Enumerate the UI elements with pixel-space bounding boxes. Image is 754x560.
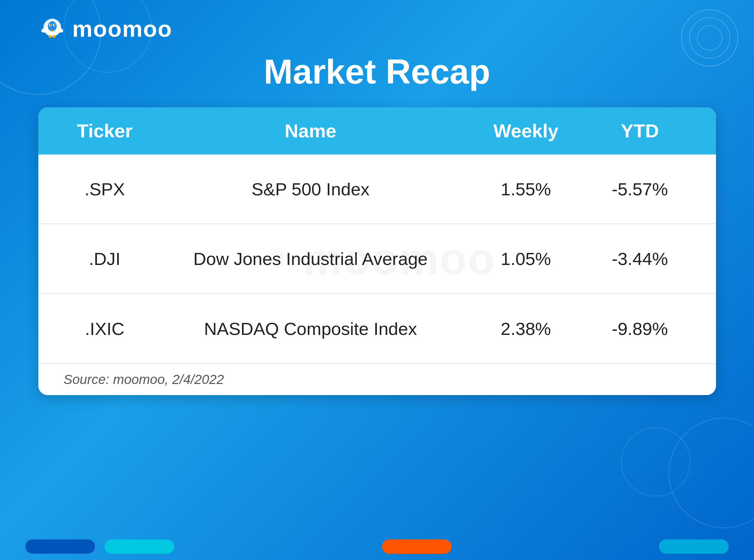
- cell-weekly-spx: 1.55%: [469, 173, 583, 206]
- table-row: .SPX S&P 500 Index 1.55% -5.57%: [38, 155, 716, 224]
- moomoo-logo-icon: [38, 17, 66, 40]
- cell-name-dji: Dow Jones Industrial Average: [152, 242, 469, 275]
- cell-ytd-ixic: -9.89%: [583, 312, 697, 345]
- col-header-weekly: Weekly: [469, 107, 583, 155]
- cell-name-spx: S&P 500 Index: [152, 173, 469, 206]
- source-attribution: Source: moomoo, 2/4/2022: [38, 363, 716, 395]
- cell-ticker-spx: .SPX: [57, 173, 152, 206]
- svg-point-7: [54, 24, 55, 26]
- svg-rect-11: [53, 35, 56, 38]
- logo-text: moomoo: [72, 16, 172, 42]
- cell-weekly-ixic: 2.38%: [469, 312, 583, 345]
- svg-rect-10: [49, 35, 52, 38]
- cell-ytd-dji: -3.44%: [583, 242, 697, 275]
- cell-ticker-dji: .DJI: [57, 242, 152, 275]
- table-row: .IXIC NASDAQ Composite Index 2.38% -9.89…: [38, 294, 716, 363]
- col-header-ticker: Ticker: [57, 107, 152, 155]
- table-header: Ticker Name Weekly YTD: [38, 107, 716, 155]
- market-recap-table: Ticker Name Weekly YTD moomoo: [38, 107, 716, 395]
- svg-point-6: [50, 24, 51, 26]
- col-header-name: Name: [152, 107, 469, 155]
- cell-name-ixic: NASDAQ Composite Index: [152, 312, 469, 345]
- cell-ytd-spx: -5.57%: [583, 173, 697, 206]
- page-title: Market Recap: [264, 51, 490, 92]
- logo-area: moomoo: [38, 16, 172, 42]
- content-wrapper: moomoo Market Recap Ticker Name Weekly Y…: [0, 0, 754, 560]
- cell-ticker-ixic: .IXIC: [57, 312, 152, 345]
- table-row: .DJI Dow Jones Industrial Average 1.05% …: [38, 224, 716, 294]
- cell-weekly-dji: 1.05%: [469, 242, 583, 275]
- col-header-ytd: YTD: [583, 107, 697, 155]
- table-body: moomoo .SPX S&P 500 Index 1.55% -5.57% .…: [38, 155, 716, 363]
